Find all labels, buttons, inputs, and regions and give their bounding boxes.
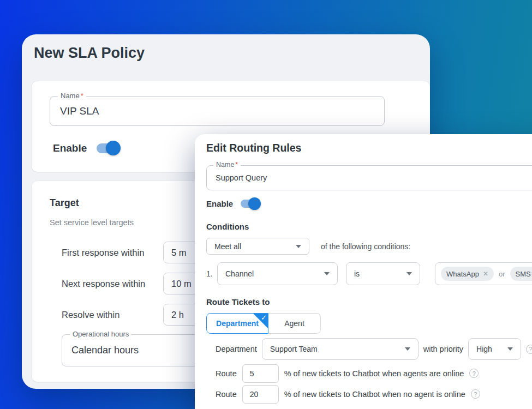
condition-field-select[interactable]: Channel [217,262,338,285]
route-suffix: % of new tickets to Chatbot when agents … [284,369,464,378]
chevron-down-icon [407,272,412,275]
department-priority-row: Department Support Team with priority Hi… [216,338,532,360]
next-response-label: Next response within [62,279,163,289]
match-type-select[interactable]: Meet all [206,238,309,255]
routing-enable-toggle[interactable] [241,200,259,208]
close-icon[interactable]: ✕ [483,270,488,278]
chevron-down-icon [507,347,513,351]
priority-value: High [469,345,492,353]
routing-name-input[interactable] [207,166,532,190]
sla-enable-toggle[interactable] [97,143,118,153]
chip-label: WhatsApp [446,270,479,278]
route-tickets-to-heading: Route Tickets to [206,297,270,306]
department-value: Support Team [262,345,318,353]
help-icon[interactable]: ? [526,345,532,354]
sla-enable-label: Enable [53,142,87,154]
toggle-thumb [248,197,261,210]
chevron-down-icon [324,272,330,275]
route-prefix: Route [216,390,237,399]
chevron-down-icon [296,245,301,248]
sla-dialog-title: New SLA Policy [34,45,145,62]
tab-department[interactable]: Department ✓ [206,313,268,334]
routing-name-field[interactable]: Name* [206,165,532,190]
toggle-thumb [106,141,121,155]
routing-dialog-title: Edit Routing Rules [206,142,301,154]
routing-rules-dialog: Edit Routing Rules Name* Enable Conditio… [195,134,532,409]
chevron-down-icon [405,347,410,351]
condition-operator-select[interactable]: is [346,262,420,285]
tab-agent[interactable]: Agent [268,313,321,334]
conditions-heading: Conditions [206,222,249,231]
sla-name-label: Name [61,92,80,100]
route-to-tabs: Department ✓ Agent [206,313,321,334]
chip-joiner-text: or [499,270,505,278]
check-icon: ✓ [261,314,267,322]
target-subheading: Set service level targets [50,218,134,227]
target-heading: Target [50,197,79,209]
chip-sms[interactable]: SMS ✕ [510,267,532,281]
app-background: { "sla_card": { "title": "New SLA Policy… [0,0,532,409]
sla-name-field[interactable]: Name* [50,96,385,126]
chatbot-offline-row: Route % of new tickets to Chatbot when n… [216,384,480,404]
help-icon[interactable]: ? [469,369,479,378]
condition-operator-value: is [346,269,360,278]
resolve-within-label: Resolve within [62,310,163,320]
route-suffix: % of new tickets to Chatbot when no agen… [284,390,465,399]
first-response-label: First response within [62,248,163,258]
tab-agent-label: Agent [284,319,304,328]
chatbot-offline-pct-input[interactable] [242,385,279,404]
chatbot-online-pct-input[interactable] [242,364,279,383]
tab-department-label: Department [216,319,259,328]
help-icon[interactable]: ? [471,389,480,399]
match-type-value: Meet all [207,242,241,251]
condition-row: 1. Channel is WhatsApp ✕ or SMS ✕ [206,262,532,285]
department-select[interactable]: Support Team [262,338,419,360]
routing-enable-label: Enable [206,199,233,208]
department-label: Department [216,345,257,353]
priority-select[interactable]: High [468,338,521,360]
required-asterisk: * [235,161,238,169]
required-asterisk: * [81,92,83,100]
condition-field-value: Channel [218,269,254,278]
route-prefix: Route [216,369,237,378]
chatbot-online-row: Route % of new tickets to Chatbot when a… [216,364,479,383]
sla-name-input[interactable] [50,97,384,125]
chip-whatsapp[interactable]: WhatsApp ✕ [441,267,494,281]
chip-label: SMS [516,270,531,278]
condition-values-field[interactable]: WhatsApp ✕ or SMS ✕ [435,262,532,285]
operational-hours-value: Calendar hours [71,335,139,366]
condition-index: 1. [206,269,217,278]
priority-label: with priority [423,345,463,353]
match-suffix-text: of the following conditions: [321,242,410,251]
routing-name-label: Name [216,161,234,169]
operational-hours-select[interactable]: Operational hours Calendar hours [62,334,206,366]
